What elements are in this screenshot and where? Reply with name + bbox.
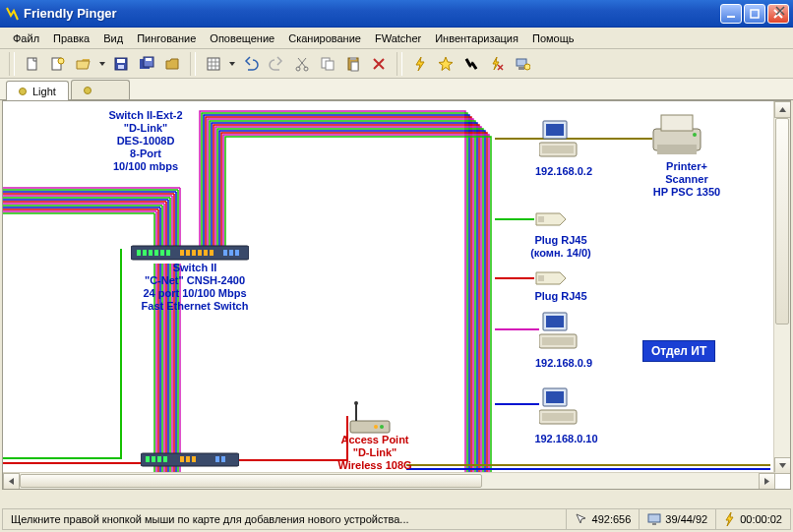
- tab-2[interactable]: [71, 80, 130, 99]
- svg-rect-49: [192, 250, 196, 256]
- vertical-scrollbar[interactable]: [773, 101, 790, 474]
- save-button[interactable]: [110, 53, 132, 75]
- switch-icon[interactable]: [131, 242, 249, 262]
- copy-button[interactable]: [317, 53, 338, 75]
- flash-button[interactable]: [409, 53, 431, 75]
- svg-rect-51: [204, 250, 208, 256]
- menu-notify[interactable]: Оповещение: [203, 30, 281, 46]
- label-access-point: Access Point"D-Link"Wireless 108G: [316, 434, 434, 472]
- tab-close-icon[interactable]: [773, 4, 787, 18]
- cut-button[interactable]: [291, 53, 313, 75]
- new-button[interactable]: [22, 53, 43, 75]
- folder-button[interactable]: [161, 53, 183, 75]
- star-button[interactable]: [435, 53, 457, 75]
- monitor-icon: [647, 512, 661, 526]
- status-time: 00:00:02: [715, 509, 790, 529]
- flash-icon: [724, 512, 736, 526]
- menu-fwatcher[interactable]: FWatcher: [368, 30, 428, 46]
- flash-cancel-button[interactable]: [486, 53, 508, 75]
- tab-light[interactable]: Light: [6, 81, 69, 100]
- scroll-down-button[interactable]: [774, 457, 791, 474]
- svg-rect-1: [751, 10, 759, 18]
- tab-bar: Light: [0, 79, 793, 100]
- svg-rect-46: [166, 250, 170, 256]
- dropdown-icon[interactable]: [98, 56, 106, 72]
- svg-rect-52: [210, 250, 214, 256]
- dept-box[interactable]: Отдел ИТ: [642, 340, 715, 362]
- scroll-left-button[interactable]: [3, 473, 20, 490]
- new-wizard-button[interactable]: [47, 53, 69, 75]
- svg-point-4: [58, 58, 64, 64]
- cursor-icon: [575, 512, 588, 526]
- menu-scan[interactable]: Сканирование: [281, 30, 368, 46]
- scroll-thumb[interactable]: [775, 118, 789, 325]
- title-bar: Friendly Pinger: [0, 0, 793, 28]
- access-point-icon[interactable]: [342, 401, 397, 437]
- svg-rect-50: [198, 250, 202, 256]
- svg-rect-45: [160, 250, 164, 256]
- minimize-button[interactable]: [720, 4, 742, 24]
- svg-rect-20: [518, 67, 524, 70]
- svg-rect-65: [215, 456, 219, 462]
- scroll-thumb[interactable]: [20, 474, 482, 488]
- svg-rect-61: [180, 456, 184, 462]
- menu-inventory[interactable]: Инвентаризация: [428, 30, 525, 46]
- status-coords: 492:656: [566, 509, 640, 529]
- svg-rect-25: [542, 146, 574, 153]
- find-button[interactable]: [460, 53, 482, 75]
- svg-rect-11: [208, 58, 219, 70]
- rj45-plug-icon[interactable]: [534, 207, 568, 231]
- svg-rect-59: [157, 456, 161, 462]
- svg-rect-7: [118, 65, 124, 69]
- network-map[interactable]: Switch II-Ext-2"D-Link"DES-1008D8-Port10…: [3, 101, 774, 473]
- svg-rect-10: [146, 58, 152, 61]
- svg-rect-47: [180, 250, 184, 256]
- dropdown-icon[interactable]: [228, 56, 236, 72]
- open-button[interactable]: [73, 53, 94, 75]
- svg-rect-0: [727, 16, 735, 18]
- redo-button[interactable]: [266, 53, 287, 75]
- saveas-button[interactable]: [136, 53, 157, 75]
- menu-help[interactable]: Помощь: [525, 30, 581, 46]
- menu-file[interactable]: Файл: [6, 30, 46, 46]
- paste-button[interactable]: [342, 53, 364, 75]
- menu-bar: Файл Правка Вид Пингование Оповещение Ск…: [0, 28, 793, 49]
- svg-rect-41: [137, 250, 141, 256]
- menu-edit[interactable]: Правка: [46, 30, 96, 46]
- horizontal-scrollbar[interactable]: [3, 472, 775, 489]
- device-button[interactable]: [512, 53, 533, 75]
- menu-view[interactable]: Вид: [96, 30, 130, 46]
- scroll-right-button[interactable]: [759, 473, 775, 490]
- svg-rect-6: [117, 59, 125, 63]
- maximize-button[interactable]: [744, 4, 765, 24]
- grid-button[interactable]: [203, 53, 224, 75]
- svg-rect-48: [186, 250, 190, 256]
- status-counts: 39/44/92: [639, 509, 715, 529]
- scroll-up-button[interactable]: [774, 101, 791, 118]
- rj45-plug-icon[interactable]: [534, 266, 568, 290]
- svg-rect-2: [28, 58, 36, 70]
- svg-rect-38: [538, 216, 544, 222]
- window-title: Friendly Pinger: [24, 6, 117, 21]
- svg-rect-54: [229, 250, 233, 256]
- toolbar: [0, 49, 793, 79]
- undo-button[interactable]: [240, 53, 262, 75]
- svg-point-21: [524, 64, 530, 70]
- status-dot-icon: [84, 87, 92, 94]
- svg-rect-35: [661, 115, 693, 131]
- delete-button[interactable]: [368, 53, 390, 75]
- menu-ping[interactable]: Пингование: [130, 30, 203, 46]
- switch-icon[interactable]: [141, 450, 239, 468]
- map-viewport: Switch II-Ext-2"D-Link"DES-1008D8-Port10…: [2, 100, 791, 490]
- pc-icon[interactable]: [539, 386, 579, 430]
- svg-rect-62: [186, 456, 190, 462]
- svg-rect-72: [648, 514, 660, 522]
- svg-rect-66: [221, 456, 225, 462]
- svg-rect-33: [542, 413, 574, 421]
- svg-rect-53: [223, 250, 227, 256]
- pc-icon[interactable]: [539, 311, 579, 354]
- printer-icon[interactable]: [647, 111, 706, 158]
- pc-icon[interactable]: [539, 119, 579, 162]
- svg-rect-58: [152, 456, 155, 462]
- label-ip3: 192.168.0.10: [519, 433, 613, 445]
